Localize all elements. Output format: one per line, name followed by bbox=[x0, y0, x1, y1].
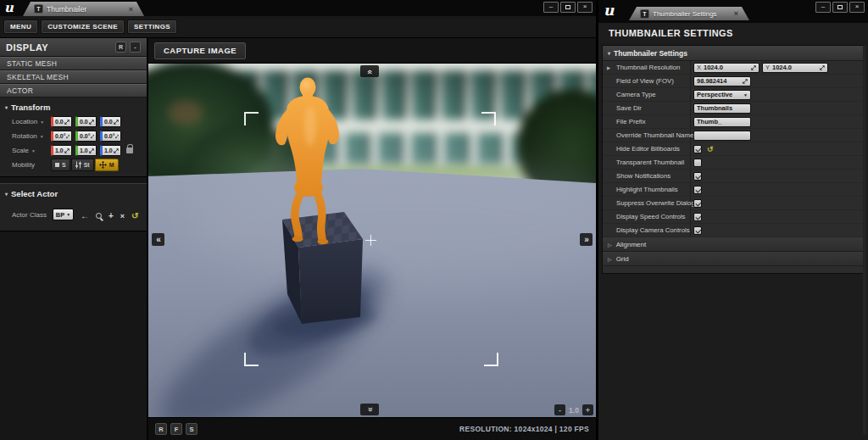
axis-field-z[interactable]: 0.0° bbox=[100, 131, 121, 142]
property-label: Camera Type bbox=[603, 88, 691, 101]
spinbox-drag-icon[interactable] bbox=[64, 120, 70, 125]
checkbox-checked[interactable] bbox=[693, 145, 702, 153]
lock-icon[interactable] bbox=[126, 148, 133, 153]
axis-field-y[interactable]: 0.0° bbox=[75, 131, 97, 142]
viewport-nav-button-s[interactable]: S bbox=[186, 423, 198, 435]
axis-field-y[interactable]: 1.0 bbox=[75, 145, 97, 156]
spinbox-drag-icon[interactable] bbox=[89, 148, 94, 153]
section-header-static-mesh[interactable]: STATIC MESH bbox=[0, 57, 147, 70]
camera-down-button[interactable]: « bbox=[360, 404, 379, 415]
viewport-nav-button-f[interactable]: F bbox=[170, 423, 182, 435]
axis-field-x[interactable]: 0.0° bbox=[51, 131, 72, 142]
checkbox-checked[interactable] bbox=[693, 213, 702, 221]
axis-field-z[interactable]: 1.0 bbox=[100, 145, 121, 156]
spinbox-drag-icon[interactable] bbox=[751, 65, 756, 70]
camera-right-button[interactable]: » bbox=[580, 233, 593, 246]
checkbox-checked[interactable] bbox=[693, 199, 702, 208]
number-field[interactable]: 98.982414 bbox=[693, 76, 751, 86]
section-header-skeletal-mesh[interactable]: SKELETAL MESH bbox=[0, 70, 147, 84]
spinbox-drag-icon[interactable] bbox=[114, 148, 119, 153]
mobility-button-movable[interactable]: M bbox=[95, 159, 119, 171]
transform-header[interactable]: ▾ Transform bbox=[0, 99, 147, 114]
collapse-button[interactable]: - bbox=[130, 42, 141, 53]
back-arrow-icon[interactable]: ← bbox=[81, 207, 89, 222]
text-field[interactable]: Thumbnails bbox=[693, 103, 751, 114]
reset-icon[interactable]: ↺ bbox=[131, 207, 138, 222]
zoom-out-button[interactable]: - bbox=[554, 404, 565, 415]
menu-item-settings[interactable]: SETTINGS bbox=[127, 19, 177, 34]
title-bar[interactable]: u T Thumbnailer Settings × –× bbox=[598, 0, 868, 23]
actor-class-label: Actor Class bbox=[12, 211, 53, 219]
viewport-nav-button-r[interactable]: R bbox=[155, 423, 167, 435]
spinbox-drag-icon[interactable] bbox=[89, 120, 94, 125]
actor-class-dropdown[interactable]: BP ▼ bbox=[53, 209, 74, 220]
capture-image-button[interactable]: CAPTURE IMAGE bbox=[154, 42, 246, 59]
expander-icon: ▾ bbox=[608, 50, 610, 56]
clear-icon[interactable]: × bbox=[120, 207, 125, 222]
close-icon[interactable]: × bbox=[129, 5, 133, 14]
mobility-button-stationary[interactable]: St bbox=[71, 159, 94, 171]
camera-left-button[interactable]: « bbox=[152, 233, 164, 246]
category-grid[interactable]: ▷Grid bbox=[603, 252, 865, 266]
checkbox-checked[interactable] bbox=[693, 172, 702, 181]
minimize-icon[interactable]: – bbox=[815, 2, 831, 13]
transform-label-location[interactable]: Location▼ bbox=[12, 118, 51, 125]
magnifier-icon[interactable] bbox=[96, 207, 102, 222]
resolution-x-field[interactable]: X1024.0 bbox=[693, 63, 760, 73]
close-icon[interactable]: × bbox=[734, 9, 738, 18]
checkbox-unchecked[interactable] bbox=[693, 159, 702, 167]
maximize-icon[interactable] bbox=[560, 2, 576, 13]
checkbox-checked[interactable] bbox=[693, 186, 702, 194]
property-label: Hide Editor Billboards bbox=[603, 142, 691, 155]
resolution-y-field[interactable]: Y1024.0 bbox=[762, 63, 828, 73]
close-icon[interactable]: × bbox=[849, 2, 865, 13]
spinbox-drag-icon[interactable] bbox=[820, 65, 825, 70]
display-panel-header: DISPLAY R - bbox=[0, 38, 147, 57]
axis-field-z[interactable]: 0.0 bbox=[100, 116, 121, 127]
expander-icon[interactable]: ▶ bbox=[607, 65, 610, 70]
title-bar[interactable]: u T Thumbnailer × –× bbox=[0, 0, 596, 16]
viewport-3d-scene[interactable]: « « « » - 1.0 + bbox=[148, 64, 596, 417]
static-icon bbox=[55, 163, 59, 167]
select-actor-header[interactable]: ▾ Select Actor bbox=[0, 186, 147, 201]
spinbox-drag-icon[interactable] bbox=[66, 134, 70, 139]
expander-icon: ▷ bbox=[608, 256, 612, 262]
spinbox-drag-icon[interactable] bbox=[91, 134, 94, 139]
transform-label-scale[interactable]: Scale▼ bbox=[12, 147, 51, 154]
section-header-actor[interactable]: ACTOR bbox=[0, 84, 147, 97]
tab-thumbnailer-settings[interactable]: T Thumbnailer Settings × bbox=[629, 7, 749, 20]
property-label: Highlight Thumbnails bbox=[603, 183, 691, 196]
tab-thumbnailer[interactable]: T Thumbnailer × bbox=[23, 2, 144, 16]
menu-item-customize-scene[interactable]: CUSTOMIZE SCENE bbox=[41, 19, 125, 34]
menu-item-menu[interactable]: MENU bbox=[3, 19, 38, 34]
axis-field-x[interactable]: 1.0 bbox=[51, 145, 72, 156]
capture-frame-corner-bl bbox=[244, 353, 259, 366]
plus-icon[interactable]: + bbox=[108, 207, 114, 222]
dropdown-field[interactable]: Perspective▼ bbox=[693, 90, 751, 100]
maximize-icon[interactable] bbox=[832, 2, 848, 13]
spinbox-drag-icon[interactable] bbox=[743, 79, 748, 84]
property-label: Display Speed Controls bbox=[603, 210, 691, 223]
zoom-in-button[interactable]: + bbox=[582, 404, 593, 415]
spinbox-drag-icon[interactable] bbox=[114, 120, 119, 125]
spinbox-drag-icon[interactable] bbox=[115, 134, 119, 139]
axis-field-y[interactable]: 0.0 bbox=[75, 116, 97, 127]
minimize-icon[interactable]: – bbox=[543, 2, 559, 13]
mobility-button-static[interactable]: S bbox=[51, 159, 70, 171]
axis-letter: Y bbox=[765, 64, 770, 71]
text-field[interactable] bbox=[693, 131, 751, 141]
close-icon[interactable]: × bbox=[577, 2, 593, 13]
camera-up-button[interactable]: « bbox=[360, 65, 379, 77]
text-field[interactable]: Thumb_ bbox=[693, 117, 751, 127]
reset-button[interactable]: R bbox=[115, 42, 126, 53]
property-row-field-of-view-fov: Field of View (FOV)98.982414 bbox=[603, 75, 865, 88]
category-thumbnailer-settings[interactable]: ▾ Thumbnailer Settings bbox=[603, 46, 865, 61]
axis-field-x[interactable]: 0.0 bbox=[51, 116, 72, 127]
scrollbar[interactable] bbox=[863, 45, 866, 435]
spinbox-drag-icon[interactable] bbox=[64, 148, 70, 153]
transform-label-rotation[interactable]: Rotation▼ bbox=[12, 132, 51, 140]
checkbox-checked[interactable] bbox=[693, 226, 702, 235]
category-alignment[interactable]: ▷Alignment bbox=[603, 237, 865, 252]
reset-icon[interactable]: ↺ bbox=[707, 145, 714, 153]
axis-value: 0.0 bbox=[80, 119, 88, 125]
